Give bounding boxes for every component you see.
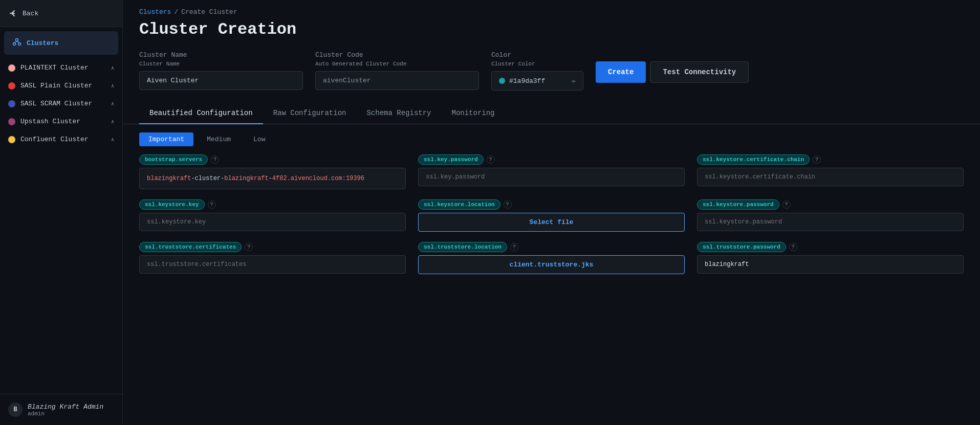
cluster-name-label: Cluster Name — [139, 51, 303, 59]
svg-rect-0 — [10, 13, 15, 14]
help-icon-ssl-keystore-cert-chain[interactable]: ? — [813, 155, 821, 164]
sidebar-item-plaintext[interactable]: PLAINTEXT Cluster ∧ — [0, 59, 122, 77]
filter-important[interactable]: Important — [139, 132, 193, 146]
cluster-color-group: Color Cluster Color #1a9da3ff ✏ — [491, 51, 583, 91]
cluster-name-upstash: Upstash Cluster — [20, 118, 80, 125]
cluster-name-confluent: Confluent Cluster — [20, 136, 89, 143]
filter-row: Important Medium Low — [123, 124, 980, 154]
input-ssl-key-password[interactable] — [418, 168, 685, 186]
cluster-name-sub: Cluster Name — [139, 61, 303, 67]
cluster-code-input[interactable] — [315, 71, 479, 90]
cluster-dot-plaintext — [8, 64, 15, 72]
test-connectivity-button[interactable]: Test Connectivity — [650, 61, 749, 83]
chevron-sasl-plain: ∧ — [111, 83, 114, 89]
tab-monitoring[interactable]: Monitoring — [442, 103, 505, 124]
help-icon-ssl-keystore-location[interactable]: ? — [504, 200, 512, 209]
input-ssl-keystore-cert-chain[interactable] — [697, 168, 964, 186]
tag-ssl-keystore-location: ssl.keystore.location — [418, 199, 500, 210]
back-label: Back — [23, 10, 38, 17]
help-icon-ssl-keystore-password[interactable]: ? — [782, 200, 791, 209]
svg-point-2 — [13, 43, 16, 46]
color-label: Color — [491, 51, 583, 59]
filter-low[interactable]: Low — [244, 132, 274, 146]
sidebar-item-confluent[interactable]: Confluent Cluster ∧ — [0, 130, 122, 148]
tag-ssl-keystore-password: ssl.keystore.password — [697, 199, 779, 210]
color-sub: Cluster Color — [491, 61, 583, 67]
filter-medium[interactable]: Medium — [198, 132, 240, 146]
sidebar-clusters-label: Clusters — [27, 39, 58, 47]
breadcrumb: Clusters / Create Cluster — [139, 8, 964, 16]
tab-beautified[interactable]: Beautified Configuration — [139, 103, 263, 124]
help-icon-ssl-truststore-password[interactable]: ? — [789, 243, 797, 251]
tab-raw[interactable]: Raw Configuration — [263, 103, 357, 124]
truststore-location-value[interactable]: client.truststore.jks — [418, 255, 685, 274]
color-display[interactable]: #1a9da3ff ✏ — [491, 71, 583, 91]
cluster-name-plaintext: PLAINTEXT Cluster — [20, 64, 89, 72]
back-arrow-icon — [8, 8, 18, 18]
input-ssl-truststore-certs[interactable] — [139, 255, 406, 274]
tag-ssl-truststore-certs: ssl.truststore.certificates — [139, 242, 242, 252]
config-grid-row1: bootstrap.servers ? blazingkraft-cluster… — [123, 154, 980, 189]
edit-color-icon[interactable]: ✏ — [572, 77, 576, 85]
cluster-name-sasl-plain: SASL Plain Cluster — [20, 82, 92, 90]
help-icon-ssl-key-password[interactable]: ? — [487, 155, 495, 164]
sidebar-item-sasl-scram[interactable]: SASL SCRAM Cluster ∧ — [0, 95, 122, 113]
select-file-button[interactable]: Select file — [418, 213, 685, 232]
config-field-ssl-keystore-key: ssl.keystore.key ? — [139, 199, 406, 232]
tag-ssl-keystore-key: ssl.keystore.key — [139, 199, 205, 210]
chevron-upstash: ∧ — [111, 119, 114, 125]
tag-ssl-truststore-location: ssl.truststore.location — [418, 242, 507, 252]
user-role: admin — [28, 411, 103, 417]
input-ssl-keystore-key[interactable] — [139, 213, 406, 231]
page-title: Cluster Creation — [139, 20, 964, 39]
back-button[interactable]: Back — [0, 0, 122, 27]
color-value: #1a9da3ff — [509, 77, 545, 85]
top-area: Clusters / Create Cluster Cluster Creati… — [123, 0, 980, 103]
config-grid-row2: ssl.keystore.key ? ssl.keystore.location… — [123, 199, 980, 232]
config-field-ssl-key-password: ssl.key.password ? — [418, 154, 685, 189]
create-button[interactable]: Create — [596, 61, 646, 83]
config-field-ssl-truststore-certs: ssl.truststore.certificates ? — [139, 242, 406, 274]
avatar: B — [8, 402, 23, 417]
input-ssl-truststore-password[interactable] — [697, 255, 964, 274]
help-icon-bootstrap-servers[interactable]: ? — [211, 155, 219, 164]
chevron-confluent: ∧ — [111, 137, 114, 143]
chevron-sasl-scram: ∧ — [111, 101, 114, 107]
config-field-ssl-keystore-cert-chain: ssl.keystore.certificate.chain ? — [697, 154, 964, 189]
cluster-code-label: Cluster Code — [315, 51, 479, 59]
config-field-bootstrap-servers: bootstrap.servers ? blazingkraft-cluster… — [139, 154, 406, 189]
config-field-ssl-keystore-location: ssl.keystore.location ? Select file — [418, 199, 685, 232]
help-icon-ssl-truststore-certs[interactable]: ? — [245, 243, 253, 251]
config-field-ssl-truststore-location: ssl.truststore.location ? client.trustst… — [418, 242, 685, 274]
input-ssl-keystore-password[interactable] — [697, 213, 964, 231]
cluster-form: Cluster Name Cluster Name Cluster Code A… — [139, 51, 964, 91]
input-bootstrap-servers[interactable]: blazingkraft-cluster-blazingkraft-4f82.a… — [139, 168, 406, 189]
sidebar-item-sasl-plain[interactable]: SASL Plain Cluster ∧ — [0, 77, 122, 95]
main-content: Clusters / Create Cluster Cluster Creati… — [123, 0, 980, 425]
breadcrumb-current: Create Cluster — [181, 8, 237, 16]
breadcrumb-separator: / — [174, 8, 178, 16]
tag-ssl-keystore-cert-chain: ssl.keystore.certificate.chain — [697, 154, 810, 165]
tab-schema-registry[interactable]: Schema Registry — [356, 103, 441, 124]
cluster-name-sasl-scram: SASL SCRAM Cluster — [20, 100, 92, 107]
sidebar-clusters-nav[interactable]: Clusters — [4, 31, 118, 55]
cluster-dot-sasl-scram — [8, 100, 15, 107]
sidebar: Back Clusters PLAINTEXT Cluster ∧ SASL P… — [0, 0, 123, 425]
tag-ssl-truststore-password: ssl.truststore.password — [697, 242, 786, 252]
config-field-ssl-keystore-password: ssl.keystore.password ? — [697, 199, 964, 232]
user-name: Blazing Kraft Admin — [28, 403, 103, 411]
tag-bootstrap-servers: bootstrap.servers — [139, 154, 208, 165]
cluster-name-input[interactable] — [139, 71, 303, 90]
svg-line-5 — [17, 41, 19, 43]
color-dot — [499, 78, 505, 84]
help-icon-ssl-truststore-location[interactable]: ? — [510, 243, 518, 251]
sidebar-item-upstash[interactable]: Upstash Cluster ∧ — [0, 113, 122, 130]
breadcrumb-link[interactable]: Clusters — [139, 8, 171, 16]
cluster-code-group: Cluster Code Auto Generated Cluster Code — [315, 51, 479, 90]
cluster-code-sub: Auto Generated Cluster Code — [315, 61, 479, 67]
config-grid-row3: ssl.truststore.certificates ? ssl.trusts… — [123, 242, 980, 274]
help-icon-ssl-keystore-key[interactable]: ? — [208, 200, 216, 209]
cluster-dot-confluent — [8, 136, 15, 143]
svg-point-3 — [18, 43, 21, 46]
config-field-ssl-truststore-password: ssl.truststore.password ? — [697, 242, 964, 274]
